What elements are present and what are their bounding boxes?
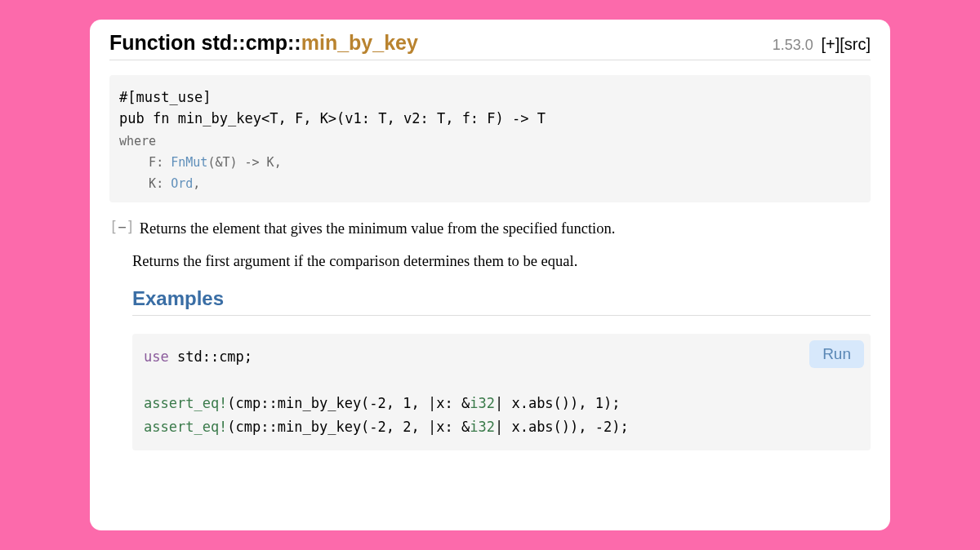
- doc-card: Function std::cmp::min_by_key 1.53.0 [+]…: [90, 20, 890, 530]
- ns-sep: ::: [287, 31, 301, 54]
- ty-i32: i32: [470, 419, 495, 435]
- run-button[interactable]: Run: [809, 340, 864, 368]
- header-meta: 1.53.0 [+][src]: [773, 35, 871, 54]
- fn-decl: pub fn min_by_key<T, F, K>(v1: T, v2: T,…: [119, 110, 546, 126]
- ns-cmp[interactable]: cmp: [246, 31, 287, 54]
- expand-all-toggle[interactable]: +: [826, 35, 835, 53]
- examples-heading: Examples: [132, 287, 871, 316]
- macro-assert-eq: assert_eq!: [144, 419, 227, 435]
- where-clause: where F: FnMut(&T) -> K, K: Ord,: [119, 134, 282, 192]
- examples-section: Examples Runuse std::cmp; assert_eq!(cmp…: [132, 287, 871, 451]
- desc-p2: Returns the first argument if the compar…: [132, 251, 871, 273]
- title-prefix: Function: [109, 31, 201, 54]
- attr-line: #[must_use]: [119, 89, 212, 105]
- trait-ord[interactable]: Ord: [171, 176, 193, 191]
- trait-fnmut[interactable]: FnMut: [171, 155, 207, 170]
- ns-sep: ::: [232, 31, 246, 54]
- page-header: Function std::cmp::min_by_key 1.53.0 [+]…: [109, 31, 871, 60]
- description: Returns the element that gives the minim…: [140, 219, 616, 251]
- page-title: Function std::cmp::min_by_key: [109, 31, 418, 55]
- fn-name[interactable]: min_by_key: [301, 31, 418, 54]
- signature-block: #[must_use] pub fn min_by_key<T, F, K>(v…: [109, 75, 871, 202]
- kw-use: use: [144, 348, 169, 365]
- ty-i32: i32: [470, 395, 495, 411]
- code-example: Runuse std::cmp; assert_eq!(cmp::min_by_…: [132, 334, 871, 451]
- description-cont: Returns the first argument if the compar…: [132, 251, 871, 273]
- collapse-toggle[interactable]: [−]: [109, 219, 135, 235]
- macro-assert-eq: assert_eq!: [144, 395, 227, 411]
- ns-std[interactable]: std: [201, 31, 232, 54]
- source-link[interactable]: src: [844, 35, 866, 53]
- since-version: 1.53.0: [773, 37, 813, 53]
- desc-p1: Returns the element that gives the minim…: [140, 219, 616, 240]
- description-row: [−] Returns the element that gives the m…: [109, 219, 871, 251]
